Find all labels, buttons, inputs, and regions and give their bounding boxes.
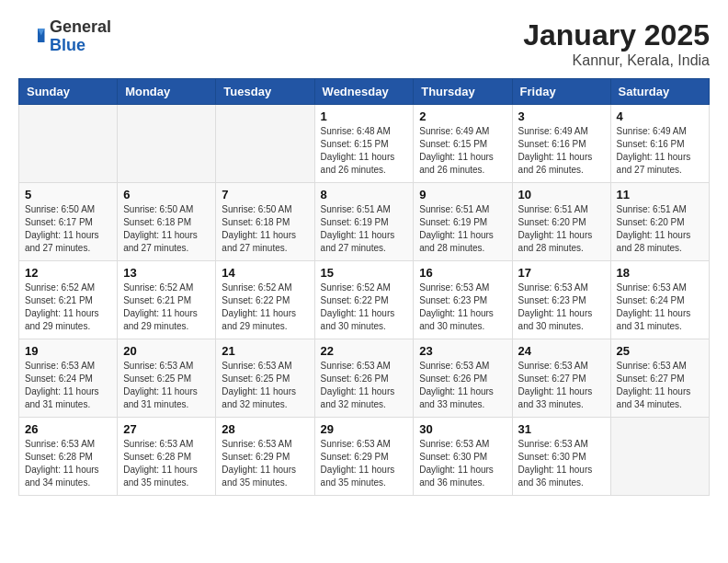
day-number: 5 xyxy=(25,188,111,201)
day-info: Sunrise: 6:51 AMSunset: 6:19 PMDaylight:… xyxy=(419,203,506,255)
day-info: Sunrise: 6:53 AMSunset: 6:24 PMDaylight:… xyxy=(617,282,703,333)
day-number: 31 xyxy=(518,422,605,436)
day-info: Sunrise: 6:53 AMSunset: 6:26 PMDaylight:… xyxy=(419,360,506,411)
day-info: Sunrise: 6:53 AMSunset: 6:23 PMDaylight:… xyxy=(518,282,605,333)
day-info: Sunrise: 6:51 AMSunset: 6:20 PMDaylight:… xyxy=(617,203,703,255)
calendar-cell: 25Sunrise: 6:53 AMSunset: 6:27 PMDayligh… xyxy=(610,339,709,418)
calendar-cell: 23Sunrise: 6:53 AMSunset: 6:26 PMDayligh… xyxy=(414,339,512,418)
calendar-cell: 6Sunrise: 6:50 AMSunset: 6:18 PMDaylight… xyxy=(118,183,216,261)
calendar-cell: 3Sunrise: 6:49 AMSunset: 6:16 PMDaylight… xyxy=(512,105,610,183)
day-number: 23 xyxy=(419,344,506,358)
week-row-2: 5Sunrise: 6:50 AMSunset: 6:17 PMDaylight… xyxy=(19,183,710,261)
day-number: 15 xyxy=(321,266,408,280)
day-number: 19 xyxy=(25,344,111,358)
day-number: 3 xyxy=(518,109,605,123)
day-info: Sunrise: 6:50 AMSunset: 6:18 PMDaylight:… xyxy=(123,203,210,255)
day-number: 1 xyxy=(321,109,408,123)
day-info: Sunrise: 6:52 AMSunset: 6:22 PMDaylight:… xyxy=(321,282,408,333)
day-info: Sunrise: 6:49 AMSunset: 6:16 PMDaylight:… xyxy=(617,125,703,177)
day-info: Sunrise: 6:51 AMSunset: 6:20 PMDaylight:… xyxy=(518,203,605,255)
day-number: 25 xyxy=(617,344,703,358)
calendar-cell: 15Sunrise: 6:52 AMSunset: 6:22 PMDayligh… xyxy=(314,261,414,339)
day-number: 7 xyxy=(222,188,308,201)
weekday-header-thursday: Thursday xyxy=(414,79,512,105)
calendar-cell: 26Sunrise: 6:53 AMSunset: 6:28 PMDayligh… xyxy=(19,418,118,496)
day-number: 18 xyxy=(617,266,703,280)
calendar-cell: 10Sunrise: 6:51 AMSunset: 6:20 PMDayligh… xyxy=(512,183,610,261)
day-number: 30 xyxy=(419,422,506,436)
weekday-header-tuesday: Tuesday xyxy=(216,79,314,105)
logo-general-text: General xyxy=(50,18,111,37)
day-number: 27 xyxy=(123,422,210,436)
week-row-4: 19Sunrise: 6:53 AMSunset: 6:24 PMDayligh… xyxy=(19,339,710,418)
day-info: Sunrise: 6:52 AMSunset: 6:22 PMDaylight:… xyxy=(222,282,308,333)
day-info: Sunrise: 6:53 AMSunset: 6:28 PMDaylight:… xyxy=(25,438,111,489)
weekday-header-wednesday: Wednesday xyxy=(314,79,414,105)
day-info: Sunrise: 6:52 AMSunset: 6:21 PMDaylight:… xyxy=(25,282,111,333)
day-info: Sunrise: 6:49 AMSunset: 6:15 PMDaylight:… xyxy=(419,125,506,177)
calendar-cell xyxy=(610,418,709,496)
day-number: 2 xyxy=(419,109,506,123)
calendar-cell: 9Sunrise: 6:51 AMSunset: 6:19 PMDaylight… xyxy=(414,183,512,261)
location: Kannur, Kerala, India xyxy=(523,52,710,69)
day-number: 14 xyxy=(222,266,308,280)
calendar-cell: 21Sunrise: 6:53 AMSunset: 6:25 PMDayligh… xyxy=(216,339,314,418)
calendar-cell: 18Sunrise: 6:53 AMSunset: 6:24 PMDayligh… xyxy=(610,261,709,339)
day-info: Sunrise: 6:53 AMSunset: 6:28 PMDaylight:… xyxy=(123,438,210,489)
day-info: Sunrise: 6:53 AMSunset: 6:25 PMDaylight:… xyxy=(222,360,308,411)
day-number: 12 xyxy=(25,266,111,280)
logo-icon xyxy=(18,23,46,51)
calendar-cell: 2Sunrise: 6:49 AMSunset: 6:15 PMDaylight… xyxy=(414,105,512,183)
calendar-cell: 22Sunrise: 6:53 AMSunset: 6:26 PMDayligh… xyxy=(314,339,414,418)
day-info: Sunrise: 6:53 AMSunset: 6:23 PMDaylight:… xyxy=(419,282,506,333)
calendar-cell: 29Sunrise: 6:53 AMSunset: 6:29 PMDayligh… xyxy=(314,418,414,496)
calendar-cell: 28Sunrise: 6:53 AMSunset: 6:29 PMDayligh… xyxy=(216,418,314,496)
calendar-cell: 17Sunrise: 6:53 AMSunset: 6:23 PMDayligh… xyxy=(512,261,610,339)
weekday-header-saturday: Saturday xyxy=(610,79,709,105)
weekday-header-sunday: Sunday xyxy=(19,79,118,105)
day-info: Sunrise: 6:49 AMSunset: 6:16 PMDaylight:… xyxy=(518,125,605,177)
day-info: Sunrise: 6:53 AMSunset: 6:26 PMDaylight:… xyxy=(321,360,408,411)
day-info: Sunrise: 6:53 AMSunset: 6:30 PMDaylight:… xyxy=(419,438,506,489)
day-info: Sunrise: 6:50 AMSunset: 6:17 PMDaylight:… xyxy=(25,203,111,255)
day-number: 9 xyxy=(419,188,506,201)
calendar-cell: 4Sunrise: 6:49 AMSunset: 6:16 PMDaylight… xyxy=(610,105,709,183)
day-info: Sunrise: 6:53 AMSunset: 6:25 PMDaylight:… xyxy=(123,360,210,411)
day-info: Sunrise: 6:52 AMSunset: 6:21 PMDaylight:… xyxy=(123,282,210,333)
day-info: Sunrise: 6:53 AMSunset: 6:24 PMDaylight:… xyxy=(25,360,111,411)
calendar-cell: 5Sunrise: 6:50 AMSunset: 6:17 PMDaylight… xyxy=(19,183,118,261)
calendar-cell: 14Sunrise: 6:52 AMSunset: 6:22 PMDayligh… xyxy=(216,261,314,339)
calendar-cell: 8Sunrise: 6:51 AMSunset: 6:19 PMDaylight… xyxy=(314,183,414,261)
day-number: 16 xyxy=(419,266,506,280)
day-number: 21 xyxy=(222,344,308,358)
calendar-cell: 30Sunrise: 6:53 AMSunset: 6:30 PMDayligh… xyxy=(414,418,512,496)
day-info: Sunrise: 6:48 AMSunset: 6:15 PMDaylight:… xyxy=(321,125,408,177)
day-info: Sunrise: 6:50 AMSunset: 6:18 PMDaylight:… xyxy=(222,203,308,255)
logo: General Blue xyxy=(18,18,111,55)
week-row-3: 12Sunrise: 6:52 AMSunset: 6:21 PMDayligh… xyxy=(19,261,710,339)
weekday-header-friday: Friday xyxy=(512,79,610,105)
calendar-cell xyxy=(19,105,118,183)
day-number: 22 xyxy=(321,344,408,358)
day-number: 6 xyxy=(123,188,210,201)
day-info: Sunrise: 6:53 AMSunset: 6:29 PMDaylight:… xyxy=(321,438,408,489)
day-number: 13 xyxy=(123,266,210,280)
calendar-cell: 19Sunrise: 6:53 AMSunset: 6:24 PMDayligh… xyxy=(19,339,118,418)
calendar-table: SundayMondayTuesdayWednesdayThursdayFrid… xyxy=(18,78,710,496)
calendar-cell: 27Sunrise: 6:53 AMSunset: 6:28 PMDayligh… xyxy=(118,418,216,496)
week-row-1: 1Sunrise: 6:48 AMSunset: 6:15 PMDaylight… xyxy=(19,105,710,183)
day-info: Sunrise: 6:53 AMSunset: 6:29 PMDaylight:… xyxy=(222,438,308,489)
weekday-header-monday: Monday xyxy=(118,79,216,105)
calendar-cell: 12Sunrise: 6:52 AMSunset: 6:21 PMDayligh… xyxy=(19,261,118,339)
calendar-cell: 24Sunrise: 6:53 AMSunset: 6:27 PMDayligh… xyxy=(512,339,610,418)
calendar-cell: 31Sunrise: 6:53 AMSunset: 6:30 PMDayligh… xyxy=(512,418,610,496)
calendar-cell xyxy=(118,105,216,183)
logo-blue-text: Blue xyxy=(50,37,111,55)
month-title: January 2025 xyxy=(523,18,710,52)
day-info: Sunrise: 6:53 AMSunset: 6:30 PMDaylight:… xyxy=(518,438,605,489)
calendar-cell xyxy=(216,105,314,183)
day-number: 20 xyxy=(123,344,210,358)
day-number: 8 xyxy=(321,188,408,201)
title-block: January 2025 Kannur, Kerala, India xyxy=(523,18,710,69)
day-number: 29 xyxy=(321,422,408,436)
